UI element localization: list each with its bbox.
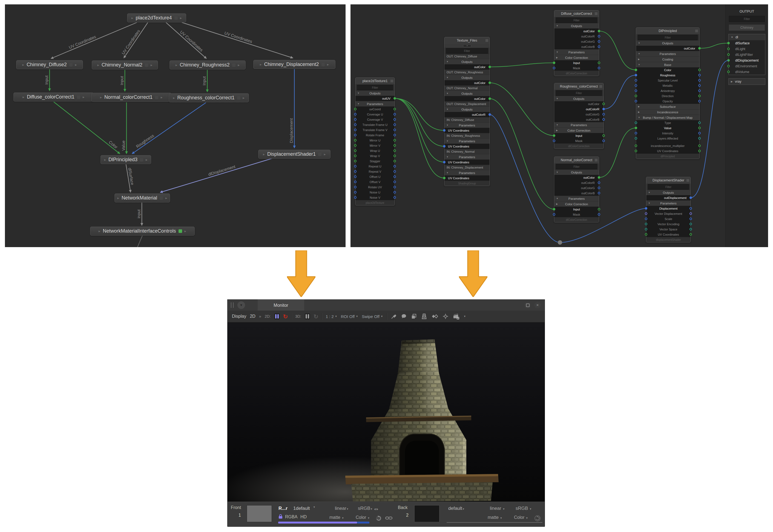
front-channels[interactable]: RGBA [285,514,297,519]
port-dot[interactable] [698,74,701,76]
section-header[interactable]: ▼Parameters [646,200,691,206]
output-port-dlEnvironment[interactable]: dlEnvironment [729,63,765,69]
port-dot[interactable] [489,113,491,116]
dropdown-caret-icon[interactable]: ▼ [464,315,466,318]
node-roughness-colorcorrect1[interactable]: ▸Roughness_colorCorrect1▸ [169,93,249,102]
refresh-swirl-icon[interactable] [534,515,541,523]
dl-section-header[interactable]: ▼dl [729,34,765,40]
port-dot[interactable] [354,160,356,162]
port-dot[interactable] [727,42,730,44]
section-header[interactable]: ▼Outputs [445,59,490,64]
port-dot[interactable] [354,149,356,152]
eyedropper-icon[interactable] [391,313,397,320]
port-dot[interactable] [394,149,396,152]
output-filter-input[interactable]: Filter [729,16,765,22]
section-header[interactable]: ▼Parameters [445,154,490,160]
port-repeat-v[interactable]: Repeat V [355,169,395,174]
lock-icon[interactable] [278,514,282,520]
port-color[interactable]: Color [636,67,699,73]
port-coverage-u[interactable]: Coverage U [355,112,395,117]
port-dot[interactable] [598,192,600,194]
port-out_roughness[interactable]: outColor [445,80,490,85]
node-place2dTexture4[interactable]: ▸place2dTexture4▸ [127,13,186,22]
port-dot[interactable] [489,82,491,84]
node-header[interactable]: Diffuse_colorCorrect [554,10,599,17]
port-wrap-v[interactable]: Wrap V [355,153,395,158]
port-rotate-frame[interactable]: Rotate Frame [355,132,395,138]
display-menu[interactable]: Display [232,314,246,319]
port-dot[interactable] [598,35,600,37]
port-outcolorr[interactable]: outColorR [554,34,599,39]
node-header[interactable]: Roughness_colorCorrect [554,83,604,90]
back-display-dropdown[interactable]: sRGB ▼ [516,506,532,511]
port-dot[interactable] [602,134,605,137]
clapperboard-icon[interactable] [452,313,460,320]
port-uv_roughness[interactable]: UV Coordinates [445,144,490,149]
port-dot[interactable] [394,144,396,147]
port-dot[interactable] [394,123,396,126]
port-dot[interactable] [645,233,647,236]
port-dot[interactable] [602,118,605,121]
port-dot[interactable] [698,122,701,124]
port-dot[interactable] [727,53,730,56]
port-offset-v[interactable]: Offset V [355,179,395,184]
port-dot[interactable] [598,208,600,210]
port-dot[interactable] [553,140,555,142]
back-matte-dropdown[interactable]: matte ▼ [488,515,502,520]
port-dot[interactable] [354,186,356,188]
node-place2dTexture1[interactable]: place2dTexture1Filter▼OutputsoutUV▼Param… [355,77,395,206]
port-rotate-uv[interactable]: Rotate UV [355,184,395,190]
port-specular-level[interactable]: Specular Level [636,78,699,83]
port-uv-coordinates[interactable]: UV Coordinates [636,148,699,154]
port-out_normal[interactable]: outColor [445,96,490,101]
node-header[interactable]: DisplacementShader [646,177,691,184]
output-port-dlLight[interactable]: dlLight [729,46,765,52]
node-dlprincipled3[interactable]: ▸DlPrincipled3▸ [100,155,151,164]
section-header[interactable]: ▼Outputs [554,23,599,28]
port-dot[interactable] [635,69,637,71]
port-dot[interactable] [354,139,356,141]
port-dot[interactable] [394,118,396,121]
pause-3d-button[interactable] [305,313,310,319]
section-header[interactable]: ▼Parameters [445,170,490,175]
port-outcolorg[interactable]: outColorG [554,112,604,117]
port-outColor[interactable]: outColor [554,175,599,180]
section-header[interactable]: ▼Outputs [445,91,490,96]
dropdown-caret-icon[interactable]: ▼ [313,506,315,508]
port-dot[interactable] [645,223,647,225]
port-dot[interactable] [354,175,356,178]
node-displacementshader1[interactable]: ▸DisplacementShader1▸ [258,150,330,159]
port-displacement[interactable]: Displacement [646,206,691,211]
port-dot[interactable] [690,223,692,225]
section-header[interactable]: ▼Parameters [355,101,395,106]
filter-input[interactable]: Filter [357,85,393,90]
port-dot[interactable] [354,170,356,173]
section-header[interactable]: ▼Parameters [554,196,599,201]
port-mirror-u[interactable]: Mirror U [355,138,395,143]
port-noise-v[interactable]: Noise V [355,195,395,200]
node-Roughness_colorCorrect[interactable]: Roughness_colorCorrectFilter▼OutputsoutC… [554,83,604,149]
port-uv_displacement[interactable]: UV Coordinates [445,175,490,181]
front-buffer-name[interactable]: R...r [278,506,287,511]
section-header[interactable]: ▼Outputs [445,106,490,112]
port-dot[interactable] [598,67,600,69]
port-input[interactable]: Input [554,133,604,138]
port-uvcoord[interactable]: uvCoord [355,106,395,112]
port-dot[interactable] [690,196,692,199]
port-dot[interactable] [635,95,637,97]
section-header[interactable]: ▼Outputs [646,190,691,195]
port-dot[interactable] [553,67,555,69]
collapse-box[interactable] [595,159,598,161]
section-header[interactable]: ▼Outputs [554,96,604,101]
port-metallic[interactable]: Metallic [636,83,699,88]
port-dot[interactable] [394,160,396,162]
section-header[interactable]: ▼Outputs [445,75,490,80]
port-uv_normal[interactable]: UV Coordinates [445,160,490,165]
port-outDisplacement[interactable]: outDisplacement [646,195,691,200]
port-dot[interactable] [645,228,647,230]
section-header[interactable]: ▼Outputs [355,90,395,96]
port-dot[interactable] [394,191,396,193]
port-dot[interactable] [698,89,701,92]
drag-handle-icon[interactable] [231,302,233,308]
port-dot[interactable] [698,79,701,82]
